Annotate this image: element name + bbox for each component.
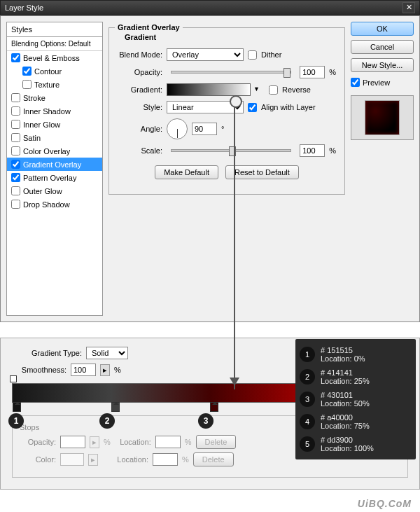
- reset-default-button[interactable]: Reset to Default: [225, 165, 299, 179]
- style-checkbox[interactable]: [11, 106, 20, 116]
- annotation-arrow: [234, 97, 235, 389]
- opacity-stop[interactable]: [10, 375, 17, 382]
- new-style-button[interactable]: New Style...: [351, 58, 414, 72]
- smoothness-input[interactable]: [71, 364, 96, 376]
- color-stop-2[interactable]: [111, 402, 120, 412]
- blend-mode-select[interactable]: Overlay: [167, 48, 244, 61]
- chevron-right-icon: ▸: [90, 436, 99, 448]
- ok-button[interactable]: OK: [351, 22, 414, 36]
- style-checkbox[interactable]: [22, 80, 31, 89]
- badge-1: 1: [8, 413, 24, 429]
- style-checkbox[interactable]: [22, 67, 31, 76]
- gradient-type-select[interactable]: Solid: [86, 347, 128, 359]
- styles-list: Styles Blending Options: Default Bevel &…: [6, 22, 103, 316]
- style-item-satin[interactable]: Satin: [7, 131, 102, 144]
- tooltip-row: 4# a40000Location: 75%: [298, 410, 413, 433]
- style-checkbox[interactable]: [11, 146, 20, 155]
- angle-label: Angle:: [118, 125, 162, 133]
- color-stops-tooltip: 1# 151515Location: 0%2# 414141Location: …: [295, 339, 416, 459]
- close-icon[interactable]: ✕: [402, 2, 415, 13]
- preview-checkbox[interactable]: [351, 78, 360, 87]
- delete-opacity-stop-button: Delete: [196, 435, 237, 449]
- window-title: Layer Style: [5, 0, 43, 15]
- watermark: UiBQ.CoM: [358, 498, 412, 509]
- preview-label: Preview: [363, 78, 390, 87]
- angle-dial[interactable]: [167, 118, 188, 139]
- style-item-bevel-emboss[interactable]: Bevel & Emboss: [7, 51, 102, 64]
- style-checkbox[interactable]: [11, 133, 20, 142]
- opacity-input[interactable]: [300, 66, 325, 78]
- style-checkbox[interactable]: [11, 93, 20, 102]
- gradient-type-label: Gradient Type:: [12, 349, 82, 357]
- style-item-outer-glow[interactable]: Outer Glow: [7, 184, 102, 198]
- tooltip-row: 5# dd3900Location: 100%: [298, 433, 413, 455]
- badge-2: 2: [99, 413, 115, 429]
- dialog-buttons: OK Cancel New Style... Preview: [351, 22, 414, 316]
- scale-slider[interactable]: [171, 149, 291, 152]
- tooltip-badge: 5: [300, 436, 315, 452]
- delete-color-stop-button: Delete: [193, 452, 234, 466]
- style-checkbox[interactable]: [11, 200, 20, 209]
- style-item-pattern-overlay[interactable]: Pattern Overlay: [7, 171, 102, 184]
- settings-panel: Gradient Overlay Gradient Blend Mode: Ov…: [108, 22, 345, 316]
- tooltip-row: 1# 151515Location: 0%: [298, 343, 413, 366]
- style-item-drop-shadow[interactable]: Drop Shadow: [7, 198, 102, 211]
- badge-3: 3: [198, 413, 214, 429]
- angle-input[interactable]: [192, 123, 217, 135]
- opacity-label: Opacity:: [118, 68, 162, 76]
- panel-subtitle: Gradient: [122, 33, 159, 41]
- style-label: Style:: [118, 103, 162, 111]
- style-checkbox[interactable]: [11, 120, 20, 129]
- panel-title: Gradient Overlay: [115, 23, 183, 32]
- tooltip-row: 2# 414141Location: 25%: [298, 366, 413, 388]
- cancel-button[interactable]: Cancel: [351, 40, 414, 54]
- stop-location-input: [153, 453, 178, 466]
- smoothness-label: Smoothness:: [12, 366, 66, 374]
- style-checkbox[interactable]: [11, 186, 20, 195]
- layer-style-dialog: Styles Blending Options: Default Bevel &…: [0, 15, 420, 322]
- gradient-preview[interactable]: [167, 83, 251, 96]
- style-item-inner-glow[interactable]: Inner Glow: [7, 118, 102, 131]
- blending-options[interactable]: Blending Options: Default: [7, 37, 102, 51]
- style-item-stroke[interactable]: Stroke: [7, 91, 102, 104]
- reverse-label: Reverse: [282, 85, 311, 94]
- tooltip-badge: 4: [300, 414, 315, 429]
- align-checkbox[interactable]: [248, 103, 257, 112]
- reverse-checkbox[interactable]: [269, 85, 278, 95]
- gradient-label: Gradient:: [118, 85, 162, 94]
- opacity-slider[interactable]: [171, 71, 291, 74]
- stop-color-swatch: [60, 453, 84, 466]
- styles-header[interactable]: Styles: [7, 22, 102, 37]
- preview-thumbnail: [351, 95, 414, 140]
- dither-checkbox[interactable]: [248, 50, 257, 60]
- style-item-gradient-overlay[interactable]: Gradient Overlay: [7, 158, 102, 171]
- tooltip-badge: 1: [300, 347, 315, 362]
- make-default-button[interactable]: Make Default: [155, 165, 218, 179]
- stop-opacity-input: [60, 436, 85, 448]
- scale-label: Scale:: [118, 146, 162, 155]
- color-stop-1[interactable]: [13, 402, 21, 412]
- style-checkbox[interactable]: [11, 160, 20, 169]
- align-label: Align with Layer: [261, 103, 316, 111]
- titlebar: Layer Style ✕: [0, 0, 420, 15]
- tooltip-row: 3# 430101Location: 50%: [298, 388, 413, 410]
- style-item-contour[interactable]: Contour: [7, 64, 102, 78]
- style-item-color-overlay[interactable]: Color Overlay: [7, 144, 102, 158]
- stop-location-input: [155, 436, 181, 448]
- chevron-right-icon: ▸: [88, 454, 98, 466]
- blend-mode-label: Blend Mode:: [118, 50, 162, 59]
- dither-label: Dither: [261, 50, 281, 59]
- style-item-texture[interactable]: Texture: [7, 78, 102, 91]
- style-checkbox[interactable]: [11, 173, 20, 182]
- style-checkbox[interactable]: [11, 53, 20, 62]
- scale-input[interactable]: [300, 144, 325, 157]
- color-stop-3[interactable]: [210, 402, 218, 412]
- chevron-right-icon[interactable]: ▸: [100, 364, 110, 376]
- style-item-inner-shadow[interactable]: Inner Shadow: [7, 104, 102, 118]
- tooltip-badge: 2: [300, 369, 315, 385]
- tooltip-badge: 3: [300, 392, 315, 407]
